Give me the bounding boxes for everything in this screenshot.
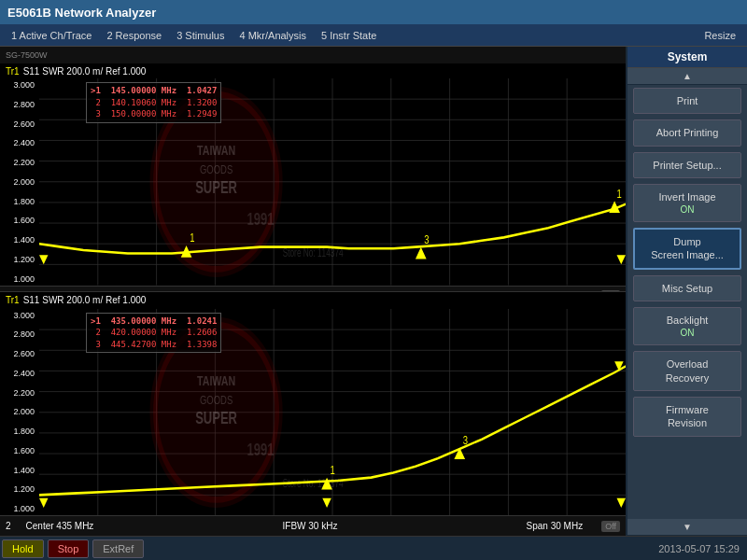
y1-10: 1.000 — [2, 274, 37, 284]
marker-row-2-2: 2 420.00000 MHz 1.2606 — [91, 327, 217, 339]
extref-button[interactable]: ExtRef — [92, 539, 144, 558]
chart-body-1: 3.000 2.800 2.600 2.400 2.200 2.000 1.80… — [0, 78, 626, 286]
ch2-center: Center 435 MHz — [26, 521, 94, 531]
ch2-span: Span 30 MHz — [527, 521, 584, 531]
svg-marker-65 — [617, 497, 626, 507]
svg-marker-64 — [322, 497, 331, 507]
svg-marker-31 — [39, 255, 48, 264]
ch2-span-badge: Off — [601, 521, 620, 532]
datetime-display: 2013-05-07 15:29 — [658, 543, 740, 554]
invert-image-on-label: ON — [638, 203, 737, 216]
y1-2: 2.600 — [2, 119, 37, 129]
menu-mkr[interactable]: 4 Mkr/Analysis — [232, 28, 314, 43]
menu-bar: 1 Active Ch/Trace 2 Response 3 Stimulus … — [0, 24, 747, 47]
y1-3: 2.400 — [2, 138, 37, 147]
btn-dump-screen[interactable]: DumpScreen Image... — [633, 228, 741, 270]
svg-text:SUPER: SUPER — [195, 176, 237, 196]
device-label: SG-7500W — [6, 50, 48, 60]
y2-3: 2.400 — [2, 369, 37, 378]
y-axis-2: 3.000 2.800 2.600 2.400 2.200 2.000 1.80… — [0, 309, 39, 516]
chart-footer-1: 1 Center 145 MHz IFBW 30 kHz Span 10 MHz… — [0, 286, 626, 292]
title-bar: E5061B Network Analyzer — [0, 0, 747, 24]
marker-row-1-1: >1 145.00000 MHz 1.0427 — [91, 85, 217, 97]
backlight-on-label: ON — [638, 327, 737, 339]
svg-text:GOODS: GOODS — [200, 161, 233, 175]
stop-button[interactable]: Stop — [48, 539, 90, 558]
chart-panel-1: SG-7500W Tr1 S11 SWR 200.0 m/ Ref 1.000 … — [0, 47, 626, 292]
y1-4: 2.200 — [2, 158, 37, 167]
chart-trace-header-1: Tr1 S11 SWR 200.0 m/ Ref 1.000 — [0, 63, 626, 78]
y2-2: 2.600 — [2, 349, 37, 358]
app-title: E5061B Network Analyzer — [7, 6, 156, 20]
svg-text:1991: 1991 — [247, 439, 274, 458]
btn-invert-image[interactable]: Invert Image ON — [633, 184, 741, 222]
menu-instr[interactable]: 5 Instr State — [314, 28, 384, 43]
marker-table-1: >1 145.00000 MHz 1.0427 2 140.10060 MHz … — [86, 82, 221, 123]
main-area: SG-7500W Tr1 S11 SWR 200.0 m/ Ref 1.000 … — [0, 47, 747, 536]
btn-abort-printing[interactable]: Abort Printing — [633, 119, 741, 146]
svg-text:1991: 1991 — [247, 208, 274, 228]
btn-printer-setup[interactable]: Printer Setup... — [633, 152, 741, 178]
chart-trace-header-2: Tr1 S11 SWR 200.0 m/ Ref 1.000 — [0, 292, 626, 309]
menu-response[interactable]: 2 Response — [99, 28, 169, 43]
hold-button[interactable]: Hold — [2, 539, 44, 558]
svg-text:1: 1 — [190, 231, 194, 245]
svg-text:SUPER: SUPER — [195, 407, 237, 427]
y2-9: 1.200 — [2, 484, 37, 494]
chart-body-2: 3.000 2.800 2.600 2.400 2.200 2.000 1.80… — [0, 309, 626, 516]
svg-text:1: 1 — [331, 462, 335, 476]
panel-scroll-up[interactable]: ▲ — [627, 68, 747, 85]
y-axis-1: 3.000 2.800 2.600 2.400 2.200 2.000 1.80… — [0, 78, 39, 286]
btn-print[interactable]: Print — [633, 88, 741, 114]
status-bar: Hold Stop ExtRef 2013-05-07 15:29 — [0, 536, 747, 560]
y2-6: 1.800 — [2, 427, 37, 436]
panel-scroll-down[interactable]: ▼ — [627, 519, 747, 536]
y1-9: 1.200 — [2, 255, 37, 264]
y1-8: 1.400 — [2, 235, 37, 245]
marker-row-1-3: 3 150.00000 MHz 1.2949 — [91, 108, 217, 120]
y1-7: 1.600 — [2, 216, 37, 225]
y1-6: 1.800 — [2, 197, 37, 206]
y2-4: 2.200 — [2, 388, 37, 398]
ch2-ifbw: IFBW 30 kHz — [283, 521, 338, 531]
btn-misc-setup[interactable]: Misc Setup — [633, 275, 741, 301]
btn-overload-recovery[interactable]: OverloadRecovery — [633, 351, 741, 391]
marker-table-2: >1 435.00000 MHz 1.0241 2 420.00000 MHz … — [86, 313, 221, 354]
marker-row-2-1: >1 435.00000 MHz 1.0241 — [91, 315, 217, 328]
svg-marker-62 — [614, 361, 623, 371]
svg-text:GOODS: GOODS — [200, 392, 233, 406]
btn-backlight[interactable]: Backlight ON — [633, 307, 741, 345]
y2-10: 1.000 — [2, 504, 37, 513]
chart-panel-2: Tr1 S11 SWR 200.0 m/ Ref 1.000 3.000 2.8… — [0, 292, 626, 537]
svg-marker-27 — [416, 248, 425, 258]
marker-row-1-2: 2 140.10060 MHz 1.3200 — [91, 97, 217, 109]
y2-5: 2.000 — [2, 407, 37, 416]
y1-0: 3.000 — [2, 80, 37, 90]
svg-text:TAIWAN: TAIWAN — [197, 142, 235, 158]
y1-5: 2.000 — [2, 177, 37, 187]
btn-firmware-revision[interactable]: FirmwareRevision — [633, 397, 741, 437]
svg-marker-32 — [617, 255, 626, 264]
ch1-header-text: S11 SWR 200.0 m/ Ref 1.000 — [23, 66, 147, 77]
menu-active-ch[interactable]: 1 Active Ch/Trace — [4, 28, 99, 43]
y2-0: 3.000 — [2, 311, 37, 320]
marker-row-2-3: 3 445.42700 MHz 1.3398 — [91, 339, 217, 351]
svg-text:3: 3 — [424, 231, 429, 245]
ch2-num: 2 — [6, 521, 11, 531]
grid-area-1: TAIWAN GOODS SUPER 1991 Store No: 114374… — [39, 78, 626, 286]
ch2-trace-label: Tr1 — [6, 295, 20, 305]
ch1-trace-label: Tr1 — [6, 66, 20, 77]
svg-marker-63 — [39, 497, 48, 507]
y1-1: 2.800 — [2, 100, 37, 109]
svg-text:1: 1 — [617, 186, 622, 200]
menu-stimulus[interactable]: 3 Stimulus — [169, 28, 232, 43]
svg-text:TAIWAN: TAIWAN — [197, 371, 235, 387]
resize-button[interactable]: Resize — [697, 28, 743, 43]
chart-area: SG-7500W Tr1 S11 SWR 200.0 m/ Ref 1.000 … — [0, 47, 626, 536]
right-panel: System ▲ Print Abort Printing Printer Se… — [626, 47, 747, 536]
svg-text:3: 3 — [463, 432, 468, 446]
y2-7: 1.600 — [2, 446, 37, 455]
panel-title: System — [627, 47, 747, 68]
chart-header-1: SG-7500W — [0, 47, 626, 63]
chart-footer-2: 2 Center 435 MHz IFBW 30 kHz Span 30 MHz… — [0, 515, 626, 536]
